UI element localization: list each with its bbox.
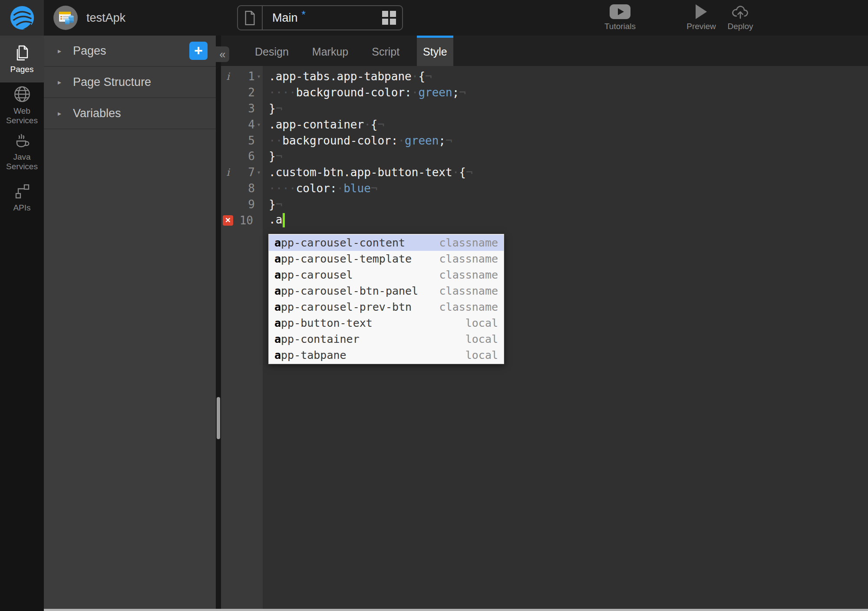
chevron-right-icon[interactable]: ▸ <box>58 78 61 86</box>
line-number: 4 <box>235 118 255 131</box>
page-document-icon[interactable] <box>238 6 263 30</box>
completion-meta: local <box>465 333 498 345</box>
code-line[interactable]: 8····color:·blue¬ <box>221 181 868 197</box>
info-annotation-icon[interactable]: i <box>221 167 235 178</box>
completion-label: app-tabpane <box>274 349 347 361</box>
sidebar-item-pages[interactable]: Pages <box>0 36 44 82</box>
completion-meta: classname <box>439 237 498 249</box>
appery-wave-logo-icon <box>9 4 36 31</box>
tab-design[interactable]: Design <box>249 36 295 66</box>
section-page-structure-label: Page Structure <box>73 76 151 89</box>
completion-label: app-button-text <box>274 317 373 329</box>
completion-item[interactable]: app-carousel-templateclassname <box>269 251 504 267</box>
app-avatar-icon[interactable] <box>53 5 78 30</box>
completion-label: app-container <box>274 333 360 345</box>
chevron-right-icon[interactable]: ▸ <box>58 109 61 118</box>
completion-label: app-carousel-btn-panel <box>274 285 418 297</box>
info-annotation-icon[interactable]: i <box>221 71 235 82</box>
gutter-cell: 8 <box>221 181 263 197</box>
gutter-cell: 4▾ <box>221 116 263 132</box>
page-selector[interactable]: Main * <box>237 5 403 30</box>
code-text: .app-tabs.app-tabpane·{¬ <box>269 70 432 83</box>
video-tutorials-icon <box>610 4 630 20</box>
add-page-button[interactable]: + <box>189 42 208 60</box>
fold-caret-icon[interactable]: ▾ <box>255 168 263 176</box>
line-number: 1 <box>235 70 255 83</box>
preview-button[interactable]: Preview <box>683 4 720 31</box>
sidebar-item-java-services[interactable]: Java Services <box>0 129 44 173</box>
gutter-cell: ✕10 <box>221 212 263 228</box>
line-number: 9 <box>235 198 255 211</box>
completion-meta: classname <box>439 285 498 297</box>
code-line[interactable]: 5··background-color:·green;¬ <box>221 132 868 148</box>
collapse-panel-button[interactable]: « <box>216 46 229 62</box>
code-text: .custom-btn.app-button-text·{¬ <box>269 166 473 179</box>
sidebar-item-apis[interactable]: APIs <box>0 179 44 216</box>
completion-item[interactable]: app-carousel-btn-panelclassname <box>269 283 504 299</box>
deploy-button[interactable]: Deploy <box>722 4 759 31</box>
panel-scrollbar[interactable] <box>216 36 221 611</box>
code-text: .a <box>269 213 285 227</box>
section-page-structure[interactable]: ▸ Page Structure <box>44 67 216 98</box>
gutter-cell: 5 <box>221 132 263 148</box>
code-line[interactable]: 2····background-color:·green;¬ <box>221 85 868 101</box>
preview-label: Preview <box>686 22 716 31</box>
code-text: }¬ <box>269 150 282 163</box>
completion-item[interactable]: app-tabpanelocal <box>269 347 504 363</box>
pages-icon <box>14 44 30 62</box>
gutter-cell: 9 <box>221 196 263 212</box>
tab-script[interactable]: Script <box>366 36 406 66</box>
tutorials-button[interactable]: Tutorials <box>600 4 640 31</box>
line-number: 2 <box>235 86 255 99</box>
line-number: 3 <box>235 102 255 115</box>
completion-meta: local <box>465 317 498 329</box>
line-number: 5 <box>235 134 255 147</box>
panel-scrollbar-thumb[interactable] <box>217 397 220 439</box>
fold-caret-icon[interactable]: ▾ <box>255 72 263 80</box>
project-panel: ▸ Pages + ▸ Page Structure ▸ Variables <box>44 36 216 611</box>
completion-item[interactable]: app-containerlocal <box>269 331 504 347</box>
code-text: }¬ <box>269 198 282 211</box>
code-line[interactable]: 6}¬ <box>221 148 868 164</box>
completion-label: app-carousel-prev-btn <box>274 301 412 313</box>
completion-label: app-carousel-content <box>274 237 405 249</box>
code-text: .app-container·{¬ <box>269 118 384 131</box>
gutter-cell: i1▾ <box>221 69 263 85</box>
api-flow-icon <box>13 183 31 200</box>
fold-caret-icon[interactable]: ▾ <box>255 121 263 128</box>
code-lines: i1▾.app-tabs.app-tabpane·{¬2····backgrou… <box>221 69 868 228</box>
brand-logo[interactable] <box>0 0 44 36</box>
code-line[interactable]: i1▾.app-tabs.app-tabpane·{¬ <box>221 69 868 85</box>
code-text: }¬ <box>269 102 282 115</box>
completion-item[interactable]: app-carousel-contentclassname <box>269 235 504 251</box>
code-text: ··background-color:·green;¬ <box>269 134 452 147</box>
section-variables[interactable]: ▸ Variables <box>44 98 216 129</box>
globe-icon <box>13 85 31 103</box>
code-line[interactable]: 4▾.app-container·{¬ <box>221 116 868 132</box>
completion-meta: local <box>465 349 498 361</box>
editor-tab-bar: Design Markup Script Style <box>221 36 868 66</box>
completion-item[interactable]: app-button-textlocal <box>269 315 504 331</box>
code-line[interactable]: i7▾.custom-btn.app-button-text·{¬ <box>221 164 868 181</box>
code-line[interactable]: ✕10.a <box>221 212 868 228</box>
line-number: 7 <box>235 166 255 179</box>
tutorials-label: Tutorials <box>604 22 636 31</box>
code-line[interactable]: 3}¬ <box>221 101 868 117</box>
completion-item[interactable]: app-carousel-prev-btnclassname <box>269 299 504 315</box>
line-number: 10 <box>233 214 253 227</box>
sidebar-item-web-services[interactable]: Web Services <box>0 84 44 126</box>
tab-style[interactable]: Style <box>417 36 453 66</box>
completion-meta: classname <box>439 253 498 265</box>
tab-markup[interactable]: Markup <box>306 36 354 66</box>
grid-view-icon[interactable] <box>382 11 396 25</box>
error-annotation-icon[interactable]: ✕ <box>223 215 233 226</box>
completion-label: app-carousel-template <box>274 253 412 265</box>
section-pages[interactable]: ▸ Pages + <box>44 36 216 67</box>
sidebar-label-pages: Pages <box>10 65 34 74</box>
code-line[interactable]: 9}¬ <box>221 196 868 212</box>
sidebar-label-java-services: Java Services <box>3 152 42 171</box>
unsaved-changes-marker: * <box>302 9 306 21</box>
play-icon <box>695 4 708 20</box>
chevron-right-icon[interactable]: ▸ <box>58 47 61 55</box>
completion-item[interactable]: app-carouselclassname <box>269 267 504 283</box>
